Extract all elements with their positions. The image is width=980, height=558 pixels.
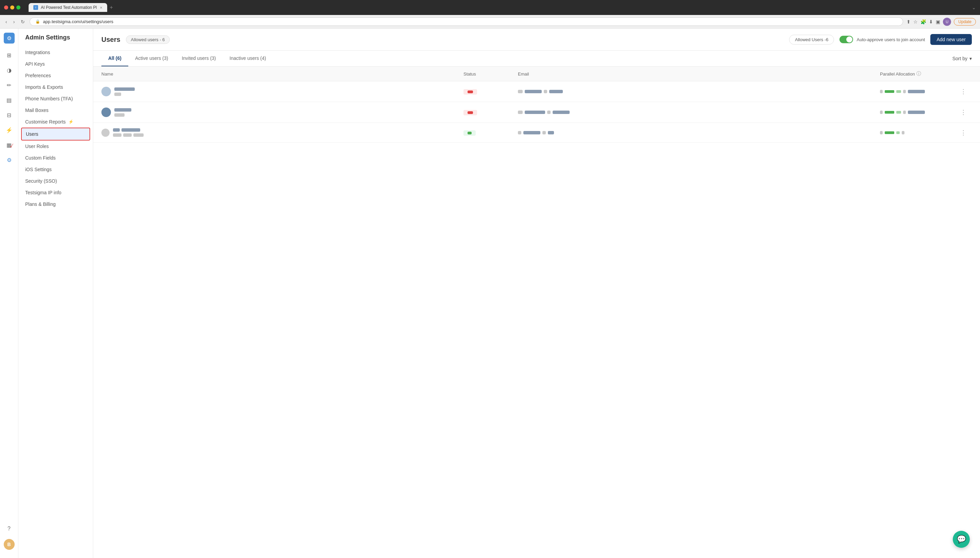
address-bar[interactable]: 🔒 app.testsigma.com/ui/settings/users: [30, 17, 903, 26]
user-name-blur-3c: [113, 133, 121, 137]
nav-icon-settings[interactable]: ⚙: [3, 154, 15, 166]
sort-by-dropdown[interactable]: Sort by ▾: [952, 56, 972, 61]
sidebar-item-phone-numbers-label: Phone Numbers (TFA): [25, 96, 73, 102]
alloc-bar-light-3: [896, 131, 900, 134]
tab-inactive-users[interactable]: Inactive users (4): [223, 51, 273, 66]
tab-close-icon[interactable]: ✕: [100, 6, 102, 10]
row-actions-3[interactable]: ⋮: [955, 129, 972, 136]
sidebar-item-users[interactable]: Users: [21, 128, 90, 141]
nav-icon-grid[interactable]: ⊞: [3, 49, 15, 61]
nav-icon-barchart[interactable]: ▦: [3, 139, 15, 151]
user-avatar-bottom[interactable]: B: [4, 539, 15, 550]
app-layout: ⚙ ⊞ ◑ ✏ ▤ ⊟ ⚡ ▦ ⚙ ? B ↓ Admin Settings I…: [0, 29, 980, 558]
nav-icon-analytics[interactable]: ◑: [3, 64, 15, 76]
col-header-name: Name: [102, 71, 463, 77]
download-icon[interactable]: ⬇: [929, 19, 933, 25]
email-blur-3b: [524, 131, 540, 135]
tab-all[interactable]: All (6): [102, 51, 128, 66]
chat-fab-button[interactable]: 💬: [953, 531, 970, 548]
refresh-button[interactable]: ↻: [20, 18, 26, 26]
share-icon[interactable]: ⬆: [906, 19, 911, 25]
nav-icon-edit[interactable]: ✏: [3, 79, 15, 91]
back-button[interactable]: ‹: [4, 18, 8, 26]
user-name-blur-3d: [123, 133, 132, 137]
sidebar-item-testsigma-ip-label: Testsigma IP info: [25, 190, 61, 195]
alloc-num-1b: [903, 90, 906, 93]
user-profile-icon[interactable]: U: [943, 18, 951, 26]
alloc-bar-green-3: [885, 131, 894, 134]
sidebar-item-preferences[interactable]: Preferences: [18, 70, 93, 81]
lock-icon: 🔒: [35, 20, 40, 24]
sidebar-item-customise-reports[interactable]: Customise Reports ⚡: [18, 116, 93, 128]
sidebar-item-testsigma-ip[interactable]: Testsigma IP info: [18, 187, 93, 199]
tab-invited-users[interactable]: Invited users (3): [175, 51, 223, 66]
add-new-user-button[interactable]: Add new user: [930, 34, 972, 45]
user-email-cell-3: [518, 131, 880, 135]
close-traffic-light[interactable]: [4, 5, 8, 10]
sidebar-item-custom-fields[interactable]: Custom Fields: [18, 152, 93, 164]
parallel-alloc-2: [880, 111, 955, 114]
table-row: ⋮: [93, 123, 980, 143]
user-name-blur-1: [114, 87, 135, 91]
info-icon[interactable]: ⓘ: [916, 71, 921, 77]
users-table: Name Status Email Parallel Allocation ⓘ: [93, 67, 980, 143]
table-row: ⋮: [93, 81, 980, 102]
extensions-icon[interactable]: 🧩: [921, 19, 926, 25]
fullscreen-traffic-light[interactable]: [16, 5, 20, 10]
sidebar-item-phone-numbers[interactable]: Phone Numbers (TFA): [18, 93, 93, 105]
sidebar-item-ios-settings[interactable]: iOS Settings: [18, 164, 93, 175]
sidebar-item-user-roles[interactable]: User Roles: [18, 141, 93, 152]
browser-actions: ⬆ ☆ 🧩 ⬇ ▣ U Update: [906, 18, 976, 26]
email-blur-2a: [518, 111, 523, 114]
star-icon[interactable]: ☆: [913, 19, 918, 25]
alloc-num-3a: [880, 131, 883, 135]
tab-title: AI Powered Test Automation Pl: [41, 5, 97, 10]
sidebar-item-plans-billing[interactable]: Plans & Billing: [18, 199, 93, 210]
user-avatar-2: [102, 108, 111, 117]
auto-approve-label: Auto-approve users to join account: [857, 37, 925, 42]
user-subtext-blur-2: [114, 113, 125, 117]
auto-approve-toggle[interactable]: [839, 36, 853, 43]
tab-favicon: T: [33, 5, 38, 10]
browser-chrome: T AI Powered Test Automation Pl ✕ + ⌄: [0, 0, 980, 15]
active-browser-tab[interactable]: T AI Powered Test Automation Pl ✕: [29, 3, 107, 12]
settings-sidebar: Admin Settings Integrations API Keys Pre…: [18, 29, 93, 558]
user-name-blur-3b: [121, 128, 140, 132]
row-actions-2[interactable]: ⋮: [955, 108, 972, 116]
nav-icon-plugin[interactable]: ⚡: [3, 124, 15, 136]
nav-icon-dashboard[interactable]: ⊟: [3, 109, 15, 121]
new-tab-button[interactable]: +: [108, 3, 114, 12]
sidebar-item-integrations[interactable]: Integrations: [18, 47, 93, 58]
app-logo[interactable]: ⚙: [4, 33, 15, 44]
user-email-cell-1: [518, 90, 880, 93]
page-header: Users Allowed users - 6 Allowed Users -6…: [93, 29, 980, 51]
tab-active-users[interactable]: Active users (3): [128, 51, 175, 66]
traffic-lights: [4, 5, 20, 10]
main-content: Users Allowed users - 6 Allowed Users -6…: [93, 29, 980, 558]
active-dot-3: [468, 132, 472, 135]
email-blur-1b: [525, 90, 542, 93]
parallel-allocation-label: Parallel Allocation: [880, 71, 915, 77]
email-blur-1a: [518, 90, 523, 93]
user-avatar-3: [102, 129, 110, 137]
alloc-num-1a: [880, 90, 883, 93]
nav-icon-help[interactable]: ?: [3, 523, 15, 535]
sidebar-item-api-keys[interactable]: API Keys: [18, 58, 93, 70]
sidebar-item-imports-exports[interactable]: Imports & Exports: [18, 81, 93, 93]
window-controls-icon: ⌄: [972, 5, 976, 10]
layout-icon[interactable]: ▣: [936, 19, 940, 25]
nav-icon-folder[interactable]: ▤: [3, 94, 15, 106]
icon-sidebar: ⚙ ⊞ ◑ ✏ ▤ ⊟ ⚡ ▦ ⚙ ? B ↓: [0, 29, 18, 558]
alloc-text-2: [908, 111, 925, 114]
sidebar-item-imports-exports-label: Imports & Exports: [25, 84, 63, 90]
email-blur-3d: [548, 131, 554, 135]
sidebar-item-mail-boxes[interactable]: Mail Boxes: [18, 105, 93, 116]
sort-by-label: Sort by: [952, 56, 967, 61]
alloc-bar-light-2: [896, 111, 901, 114]
sidebar-item-security-sso[interactable]: Security (SSO): [18, 175, 93, 187]
forward-button[interactable]: ›: [12, 18, 16, 26]
update-button[interactable]: Update: [954, 18, 976, 26]
minimize-traffic-light[interactable]: [10, 5, 14, 10]
row-actions-1[interactable]: ⋮: [955, 88, 972, 95]
sidebar-item-preferences-label: Preferences: [25, 73, 51, 78]
